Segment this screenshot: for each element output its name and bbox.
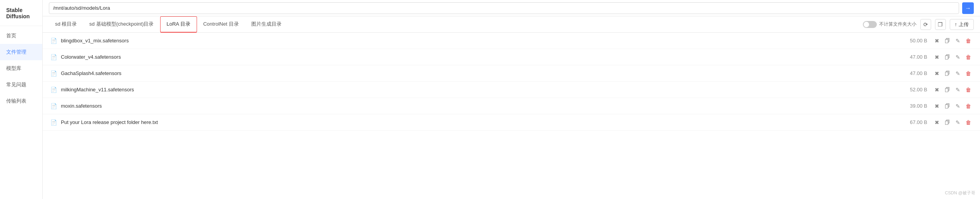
file-size: 50.00 B <box>896 38 927 44</box>
file-icon: 📄 <box>50 70 57 77</box>
tab-sd-checkpoint[interactable]: sd 基础模型(checkpoint)目录 <box>83 16 160 33</box>
upload-label: 上传 <box>959 21 969 28</box>
cut-icon[interactable]: ✖ <box>933 37 940 45</box>
copy-icon[interactable]: 🗍 <box>944 119 951 126</box>
watermark: CSDN @被子哥 <box>945 190 975 196</box>
edit-icon[interactable]: ✎ <box>954 70 961 77</box>
edit-icon[interactable]: ✎ <box>954 86 961 94</box>
table-row: 📄 moxin.safetensors 39.00 B ✖ 🗍 ✎ 🗑 <box>43 98 980 114</box>
file-icon: 📄 <box>50 38 57 44</box>
sidebar: Stable Diffusion 首页 文件管理 模型库 常见问题 传输列表 <box>0 0 43 199</box>
copy-icon[interactable]: 🗍 <box>944 86 951 94</box>
edit-icon[interactable]: ✎ <box>954 53 961 61</box>
file-name: milkingMachine_v11.safetensors <box>61 87 896 93</box>
copy-icon[interactable]: 🗍 <box>944 102 951 110</box>
file-actions: ✖ 🗍 ✎ 🗑 <box>933 70 972 77</box>
edit-icon[interactable]: ✎ <box>954 119 961 126</box>
sidebar-item-home[interactable]: 首页 <box>0 28 42 44</box>
file-list: 📄 blingdbox_v1_mix.safetensors 50.00 B ✖… <box>43 33 980 199</box>
file-actions: ✖ 🗍 ✎ 🗑 <box>933 53 972 61</box>
file-name: Put your Lora release project folder her… <box>61 119 896 125</box>
file-size: 47.00 B <box>896 54 927 60</box>
file-icon: 📄 <box>50 119 57 126</box>
delete-icon[interactable]: 🗑 <box>964 37 972 45</box>
sidebar-item-model-library[interactable]: 模型库 <box>0 60 42 77</box>
table-row: 📄 blingdbox_v1_mix.safetensors 50.00 B ✖… <box>43 33 980 49</box>
path-go-button[interactable]: → <box>962 2 974 14</box>
sidebar-item-transfer-list[interactable]: 传输列表 <box>0 93 42 109</box>
delete-icon[interactable]: 🗑 <box>964 102 972 110</box>
sidebar-item-faq[interactable]: 常见问题 <box>0 77 42 93</box>
file-name: Colorwater_v4.safetensors <box>61 54 896 60</box>
copy-icon[interactable]: 🗍 <box>944 53 951 61</box>
tab-sd-root[interactable]: sd 根目录 <box>49 16 83 33</box>
file-size: 47.00 B <box>896 70 927 76</box>
tab-image-output[interactable]: 图片生成目录 <box>245 16 288 33</box>
file-name: GachaSplash4.safetensors <box>61 70 896 76</box>
file-size: 67.00 B <box>896 119 927 125</box>
file-name: blingdbox_v1_mix.safetensors <box>61 38 896 44</box>
cut-icon[interactable]: ✖ <box>933 86 940 94</box>
refresh-button[interactable]: ⟳ <box>920 19 931 30</box>
path-bar: → <box>43 0 980 16</box>
delete-icon[interactable]: 🗑 <box>964 70 972 77</box>
cut-icon[interactable]: ✖ <box>933 70 940 77</box>
table-row: 📄 GachaSplash4.safetensors 47.00 B ✖ 🗍 ✎… <box>43 65 980 82</box>
path-input[interactable] <box>49 2 959 14</box>
file-size: 39.00 B <box>896 103 927 109</box>
edit-icon[interactable]: ✎ <box>954 102 961 110</box>
file-icon: 📄 <box>50 87 57 93</box>
table-row: 📄 Put your Lora release project folder h… <box>43 114 980 131</box>
upload-icon: ↑ <box>955 21 958 27</box>
edit-icon[interactable]: ✎ <box>954 37 961 45</box>
app-logo: Stable Diffusion <box>0 0 42 26</box>
toolbar-right: 不计算文件夹大小 ⟳ ❐ ↑ 上传 <box>863 19 974 30</box>
delete-icon[interactable]: 🗑 <box>964 86 972 94</box>
upload-button[interactable]: ↑ 上传 <box>950 19 974 30</box>
file-size: 52.00 B <box>896 87 927 93</box>
cut-icon[interactable]: ✖ <box>933 119 940 126</box>
file-actions: ✖ 🗍 ✎ 🗑 <box>933 102 972 110</box>
main-content: → sd 根目录 sd 基础模型(checkpoint)目录 LoRA 目录 C… <box>43 0 980 199</box>
file-icon: 📄 <box>50 103 57 109</box>
file-actions: ✖ 🗍 ✎ 🗑 <box>933 119 972 126</box>
size-toggle[interactable] <box>863 21 877 28</box>
file-name: moxin.safetensors <box>61 103 896 109</box>
tab-controlnet[interactable]: ControlNet 目录 <box>197 16 245 33</box>
copy-icon[interactable]: 🗍 <box>944 70 951 77</box>
file-actions: ✖ 🗍 ✎ 🗑 <box>933 37 972 45</box>
file-actions: ✖ 🗍 ✎ 🗑 <box>933 86 972 94</box>
table-row: 📄 Colorwater_v4.safetensors 47.00 B ✖ 🗍 … <box>43 49 980 65</box>
tab-lora[interactable]: LoRA 目录 <box>160 16 197 33</box>
refresh-icon: ⟳ <box>923 21 928 28</box>
delete-icon[interactable]: 🗑 <box>964 119 972 126</box>
sidebar-item-file-manager[interactable]: 文件管理 <box>0 44 42 60</box>
copy-icon: ❐ <box>938 21 943 28</box>
copy-icon[interactable]: 🗍 <box>944 37 951 45</box>
tabs-bar: sd 根目录 sd 基础模型(checkpoint)目录 LoRA 目录 Con… <box>43 16 980 33</box>
cut-icon[interactable]: ✖ <box>933 53 940 61</box>
delete-icon[interactable]: 🗑 <box>964 53 972 61</box>
cut-icon[interactable]: ✖ <box>933 102 940 110</box>
copy-path-button[interactable]: ❐ <box>935 19 946 30</box>
toggle-wrap: 不计算文件夹大小 <box>863 21 916 28</box>
file-icon: 📄 <box>50 54 57 60</box>
toggle-label: 不计算文件夹大小 <box>879 21 916 28</box>
table-row: 📄 milkingMachine_v11.safetensors 52.00 B… <box>43 82 980 98</box>
